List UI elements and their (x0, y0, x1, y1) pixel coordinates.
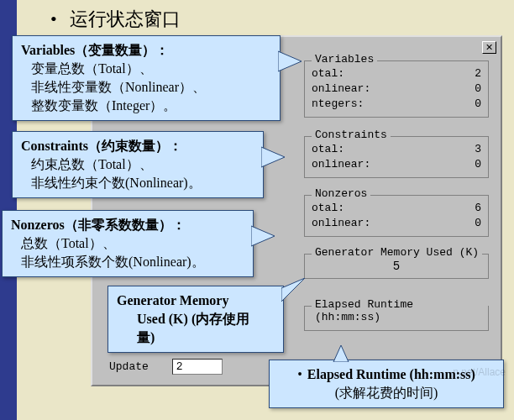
slide-title-row: • 运行状态窗口 (50, 7, 181, 32)
callout-nonzeros: Nonzeros（非零系数数量）： 总数（Total）、 非线性项系数个数(No… (2, 210, 254, 277)
pointer-icon (261, 140, 286, 174)
update-input[interactable]: 2 (172, 359, 223, 375)
svg-marker-4 (333, 345, 349, 362)
group-constraints-label: Constraints (312, 129, 391, 141)
table-row: onlinear:0 (312, 81, 481, 97)
group-memory-label: Generator Memory Used (K) (312, 246, 482, 259)
update-row: Update 2 (109, 359, 223, 375)
group-variables: Variables otal:2 onlinear:0 ntegers:0 (304, 60, 489, 118)
callout-memory: Generator Memory Used (K) (内存使用 量) (108, 286, 284, 353)
table-row: ntegers:0 (312, 97, 481, 112)
update-label: Update (109, 360, 149, 373)
table-row: onlinear:0 (312, 157, 481, 172)
group-constraints: Constraints otal:3 onlinear:0 (304, 136, 489, 178)
pointer-icon (251, 219, 276, 253)
svg-marker-2 (251, 226, 275, 246)
group-memory: Generator Memory Used (K) 5 (304, 254, 489, 279)
group-variables-label: Variables (312, 53, 377, 66)
callout-variables: Variables（变量数量）： 变量总数（Total）、 非线性变量数（Non… (12, 35, 281, 121)
group-nonzeros: Nonzeros otal:6 onlinear:0 (304, 195, 489, 237)
table-row: onlinear:0 (312, 216, 481, 231)
callout-constraints: Constraints（约束数量）： 约束总数（Total）、 非线性约束个数(… (12, 131, 264, 198)
svg-marker-1 (261, 147, 285, 167)
group-nonzeros-label: Nonzeros (312, 187, 370, 200)
watermark: n.net/Allace (453, 366, 506, 378)
table-row: otal:2 (312, 66, 481, 81)
group-runtime-label: Elapsed Runtime (hh:mm:ss) (312, 298, 488, 323)
pointer-icon (328, 345, 354, 362)
pointer-icon (281, 278, 307, 312)
svg-marker-0 (278, 51, 302, 71)
close-icon[interactable]: ✕ (482, 41, 496, 54)
svg-marker-3 (281, 278, 305, 302)
memory-value: 5 (312, 260, 481, 273)
group-runtime: Elapsed Runtime (hh:mm:ss) 00:00:00 (304, 306, 489, 331)
table-row: otal:3 (312, 142, 481, 157)
pointer-icon (278, 45, 303, 78)
slide-title: 运行状态窗口 (70, 8, 181, 29)
bullet-dot: • (50, 8, 57, 29)
table-row: otal:6 (312, 201, 481, 216)
